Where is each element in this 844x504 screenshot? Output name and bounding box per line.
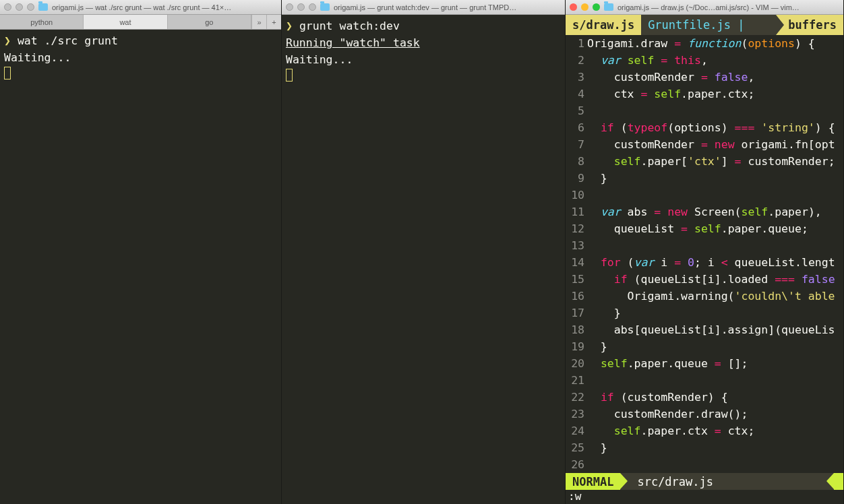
command-text: wat ./src grunt	[18, 34, 118, 47]
terminal-content[interactable]: ❯ grunt watch:dev Running "watch" task W…	[282, 15, 565, 504]
code-line[interactable]	[587, 102, 843, 119]
tab-wat[interactable]: wat	[84, 15, 167, 29]
terminal-content[interactable]: ❯ wat ./src grunt Waiting...	[0, 30, 281, 504]
code-line[interactable]	[587, 237, 843, 254]
line-number: 18	[566, 321, 584, 338]
vim-command-line[interactable]: :w	[566, 490, 843, 504]
tab-go[interactable]: go	[168, 15, 251, 29]
line-number: 3	[566, 69, 584, 86]
output-waiting: Waiting...	[286, 51, 561, 68]
vim-status-file: src/draw.js	[620, 473, 834, 490]
code-line[interactable]: if (customRender) {	[587, 389, 843, 406]
vim-buffers-label[interactable]: buffers	[776, 15, 843, 35]
code-line[interactable]: if (typeof(options) === 'string') {	[587, 119, 843, 136]
line-number: 5	[566, 102, 584, 119]
code-line[interactable]	[587, 372, 843, 389]
code-line[interactable]: if (queueList[i].loaded === false	[587, 271, 843, 288]
code-editor[interactable]: 1234567891011121314151617181920212223242…	[566, 35, 843, 473]
code-line[interactable]: customRender = false,	[587, 69, 843, 86]
zoom-icon[interactable]	[593, 3, 600, 11]
tab-overflow-button[interactable]: »	[251, 15, 266, 29]
code-content[interactable]: Origami.draw = function(options) { var s…	[587, 35, 843, 473]
new-tab-button[interactable]: +	[266, 15, 281, 29]
window-title: origami.js — grunt watch:dev — grunt — g…	[334, 3, 561, 11]
vim-statusline: NORMAL src/draw.js	[566, 473, 843, 490]
titlebar-middle[interactable]: origami.js — grunt watch:dev — grunt — g…	[282, 0, 565, 15]
window-controls	[570, 3, 600, 11]
terminal-window-middle: origami.js — grunt watch:dev — grunt — g…	[282, 0, 566, 504]
code-line[interactable]: }	[587, 305, 843, 321]
folder-icon	[38, 3, 48, 11]
vim-status-tail	[834, 473, 843, 490]
line-number: 8	[566, 153, 584, 170]
prompt-symbol: ❯	[4, 34, 11, 47]
vim-window: origami.js — draw.js (~/Doc…ami.js/src) …	[566, 0, 844, 504]
prompt-symbol: ❯	[286, 20, 293, 32]
code-line[interactable]: Origami.warning('couldn\'t able	[587, 288, 843, 305]
line-number-gutter: 1234567891011121314151617181920212223242…	[566, 35, 587, 473]
code-line[interactable]: var abs = new Screen(self.paper),	[587, 203, 843, 220]
line-number: 10	[566, 187, 584, 203]
line-number: 20	[566, 355, 584, 372]
line-number: 9	[566, 170, 584, 187]
line-number: 16	[566, 288, 584, 305]
code-line[interactable]: ctx = self.paper.ctx;	[587, 86, 843, 102]
zoom-icon[interactable]	[27, 3, 34, 11]
line-number: 22	[566, 389, 584, 406]
titlebar-left[interactable]: origami.js — wat ./src grunt — wat ./src…	[0, 0, 281, 15]
folder-icon	[604, 3, 613, 11]
line-number: 23	[566, 406, 584, 422]
line-number: 11	[566, 203, 584, 220]
tab-bar: python wat go » +	[0, 15, 281, 30]
code-line[interactable]: }	[587, 439, 843, 456]
code-line[interactable]	[587, 187, 843, 203]
code-line[interactable]: }	[587, 170, 843, 187]
code-line[interactable]: queueList = self.paper.queue;	[587, 220, 843, 237]
code-line[interactable]: customRender.draw();	[587, 406, 843, 422]
code-line[interactable]: self.paper.queue = [];	[587, 355, 843, 372]
line-number: 4	[566, 86, 584, 102]
line-number: 24	[566, 422, 584, 439]
minimize-icon[interactable]	[297, 3, 305, 11]
code-line[interactable]: self.paper.ctx = ctx;	[587, 422, 843, 439]
code-line[interactable]	[587, 456, 843, 473]
code-line[interactable]: self.paper['ctx'] = customRender;	[587, 153, 843, 170]
vim-buffer-inactive[interactable]: Gruntfile.js |	[641, 15, 751, 35]
close-icon[interactable]	[4, 3, 11, 11]
command-text: grunt watch:dev	[299, 20, 400, 32]
line-number: 12	[566, 220, 584, 237]
close-icon[interactable]	[286, 3, 293, 11]
line-number: 2	[566, 52, 584, 69]
line-number: 21	[566, 372, 584, 389]
line-number: 17	[566, 305, 584, 321]
terminal-cursor	[286, 69, 293, 82]
code-line[interactable]: customRender = new origami.fn[opt	[587, 136, 843, 153]
line-number: 6	[566, 119, 584, 136]
line-number: 13	[566, 237, 584, 254]
titlebar-right[interactable]: origami.js — draw.js (~/Doc…ami.js/src) …	[566, 0, 843, 15]
line-number: 19	[566, 338, 584, 355]
line-number: 14	[566, 254, 584, 271]
line-number: 25	[566, 439, 584, 456]
output-running: Running "watch" task	[286, 34, 561, 51]
code-line[interactable]: Origami.draw = function(options) {	[587, 35, 843, 52]
code-line[interactable]: abs[queueList[i].assign](queueLis	[587, 321, 843, 338]
zoom-icon[interactable]	[309, 3, 316, 11]
window-title: origami.js — wat ./src grunt — wat ./src…	[52, 3, 277, 11]
code-line[interactable]: var self = this,	[587, 52, 843, 69]
minimize-icon[interactable]	[16, 3, 23, 11]
code-line[interactable]: for (var i = 0; i < queueList.lengt	[587, 254, 843, 271]
line-number: 1	[566, 35, 584, 52]
vim-tab-spacer	[751, 15, 776, 35]
tab-python[interactable]: python	[0, 15, 84, 29]
window-controls	[286, 3, 316, 11]
line-number: 15	[566, 271, 584, 288]
minimize-icon[interactable]	[581, 3, 589, 11]
line-number: 7	[566, 136, 584, 153]
code-line[interactable]: }	[587, 338, 843, 355]
vim-buffer-active[interactable]: s/draw.js	[566, 15, 641, 35]
window-title: origami.js — draw.js (~/Doc…ami.js/src) …	[617, 3, 839, 11]
close-icon[interactable]	[570, 3, 577, 11]
vim-mode-indicator: NORMAL	[566, 473, 620, 490]
output-line: Waiting...	[4, 49, 277, 66]
